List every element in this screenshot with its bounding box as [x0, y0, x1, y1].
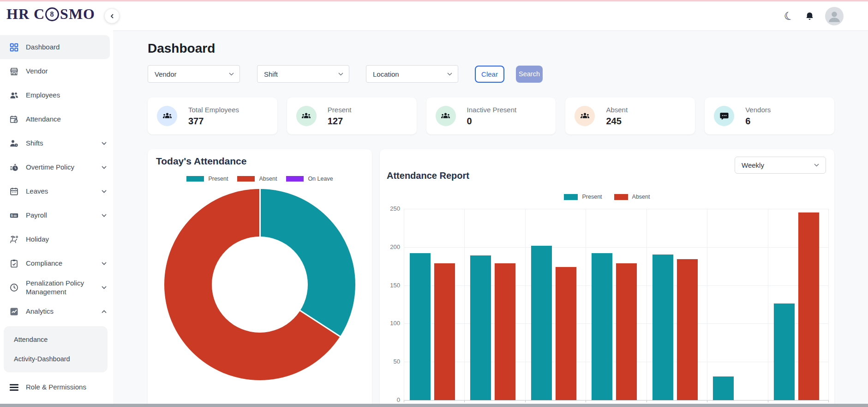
- people-icon: [8, 91, 19, 100]
- shift-select[interactable]: Shift: [257, 65, 349, 83]
- main-content: Dashboard Vendor Shift Location Clear Se…: [113, 30, 868, 407]
- chevron-down-icon: [338, 73, 343, 76]
- sidebar-navigation: DashboardVendorEmployeesAttendanceShifts…: [0, 30, 113, 407]
- sidebar-item-attendance[interactable]: Attendance: [0, 107, 113, 131]
- clear-button[interactable]: Clear: [475, 66, 504, 83]
- legend-item-absent[interactable]: Absent: [237, 176, 277, 182]
- sidebar-item-leaves[interactable]: Leaves: [0, 179, 113, 203]
- legend-label: On Leave: [308, 176, 333, 182]
- sidebar-item-vendor[interactable]: Vendor: [0, 59, 113, 83]
- sidebar-item-payroll[interactable]: $Payroll: [0, 203, 113, 227]
- y-axis-tick-label: 0: [380, 396, 400, 403]
- stat-card-vendors: Vendors6: [705, 97, 834, 134]
- y-axis-tick-label: 250: [380, 205, 400, 212]
- submenu-item-attendance[interactable]: Attendance: [4, 330, 108, 349]
- y-axis-tick-label: 100: [380, 320, 400, 327]
- sidebar-item-holiday[interactable]: Holiday: [0, 227, 113, 251]
- gridline-vertical: [404, 209, 404, 400]
- person-clock-icon: [8, 139, 19, 148]
- chevron-up-icon: [102, 310, 107, 313]
- people-group-icon: [575, 106, 595, 126]
- vendor-select[interactable]: Vendor: [148, 65, 240, 83]
- bar-absent-group-3: [556, 267, 576, 400]
- search-button[interactable]: Search: [516, 66, 543, 83]
- bar-present-group-7: [774, 304, 795, 400]
- stat-value: 0: [467, 116, 517, 127]
- gridline-vertical: [828, 209, 829, 400]
- clock-icon: [8, 283, 19, 292]
- sidebar-item-dashboard[interactable]: Dashboard: [0, 35, 110, 59]
- sidebar-item-role-permissions[interactable]: Role & Permissions: [0, 375, 113, 399]
- legend-item-on-leave[interactable]: On Leave: [286, 176, 333, 182]
- notifications-button[interactable]: [804, 11, 815, 22]
- sidebar-item-overtime-policy[interactable]: Overtime Policy: [0, 155, 113, 179]
- period-select[interactable]: Weekly: [735, 157, 826, 174]
- legend-item-present[interactable]: Present: [186, 176, 228, 182]
- x-axis-tick: [828, 400, 829, 402]
- sidebar-item-label: Holiday: [26, 235, 49, 244]
- chevron-down-icon: [102, 166, 107, 169]
- people-group-icon: [296, 106, 317, 126]
- sidebar-collapse-button[interactable]: [104, 8, 120, 24]
- legend-item-present[interactable]: Present: [564, 194, 602, 200]
- stat-value: 377: [188, 116, 239, 127]
- chevron-down-icon: [102, 142, 107, 145]
- attendance-donut-chart: [164, 189, 355, 380]
- submenu-item-activity-dashboard[interactable]: Activity-Dashboard: [4, 349, 108, 369]
- sidebar-item-label: Attendance: [26, 115, 61, 124]
- svg-text:$: $: [11, 213, 12, 218]
- stat-card-absent: Absent245: [565, 97, 695, 134]
- legend-swatch: [564, 194, 578, 200]
- legend-item-absent[interactable]: Absent: [614, 194, 650, 200]
- stat-label: Vendors: [745, 106, 771, 114]
- bell-icon: [804, 11, 815, 22]
- chevron-down-icon: [102, 190, 107, 193]
- sidebar-item-employees[interactable]: Employees: [0, 83, 113, 107]
- gridline-vertical: [586, 209, 586, 400]
- bar-absent-group-4: [616, 263, 637, 400]
- bar-absent-group-2: [495, 263, 515, 400]
- bar-present-group-4: [592, 253, 612, 400]
- bar-present-group-5: [652, 255, 673, 400]
- dark-mode-toggle moon-icon[interactable]: ☾: [783, 9, 796, 23]
- gridline-vertical: [707, 209, 707, 400]
- bar-present-group-1: [410, 253, 431, 400]
- app-logo: HR C8SMO: [6, 6, 95, 23]
- analytics-submenu: AttendanceActivity-Dashboard: [4, 326, 108, 372]
- filter-bar: Vendor Shift Location Clear Search: [148, 65, 543, 83]
- y-axis-tick-label: 200: [380, 243, 400, 250]
- chevron-down-icon: [229, 73, 234, 76]
- sidebar-item-penalization-policy-management[interactable]: Penalization Policy Management: [0, 275, 113, 299]
- stat-label: Absent: [606, 106, 628, 114]
- user-avatar[interactable]: [825, 7, 844, 25]
- sidebar-item-label: Penalization Policy Management: [26, 279, 95, 297]
- analytics-chart-icon: [8, 307, 19, 316]
- x-axis-line: [404, 400, 828, 401]
- bar-absent-group-7: [798, 213, 819, 400]
- page-title: Dashboard: [148, 41, 215, 56]
- horizontal-scrollbar[interactable]: [0, 404, 868, 407]
- location-select[interactable]: Location: [366, 65, 458, 83]
- gridline-horizontal: [404, 247, 828, 248]
- bar-absent-group-1: [434, 263, 455, 400]
- sidebar-item-label: Analytics: [26, 307, 54, 316]
- people-group-icon: [157, 106, 177, 126]
- sidebar-item-compliance[interactable]: Compliance: [0, 251, 113, 275]
- sidebar-item-analytics[interactable]: Analytics: [0, 299, 113, 323]
- calendar-clock-icon: [8, 115, 19, 124]
- bar-chart-title: Attendance Report: [387, 170, 469, 181]
- money-check-icon: $: [8, 211, 19, 220]
- chevron-down-icon: [102, 262, 107, 265]
- y-axis-tick-label: 150: [380, 282, 400, 289]
- stat-label: Total Employees: [188, 106, 239, 114]
- top-accent-line: [0, 0, 868, 1]
- donut-hole: [212, 237, 308, 333]
- sidebar-item-shifts[interactable]: Shifts: [0, 131, 113, 155]
- sidebar-item-label: Overtime Policy: [26, 163, 74, 172]
- chevron-down-icon: [814, 164, 819, 167]
- stat-label: Present: [328, 106, 352, 114]
- sidebar-item-label: Shifts: [26, 139, 43, 148]
- gridline-horizontal: [404, 209, 828, 209]
- chat-bubble-icon: [714, 106, 734, 126]
- sidebar-item-label: Leaves: [26, 187, 48, 196]
